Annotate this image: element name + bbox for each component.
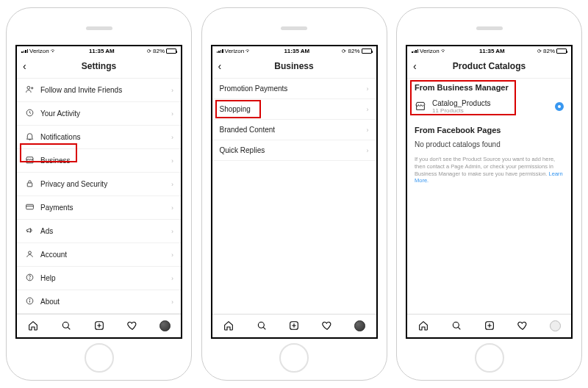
lock-icon bbox=[24, 179, 35, 190]
home-button[interactable] bbox=[279, 343, 309, 373]
help-body: If you don't see the Product Source you … bbox=[415, 156, 555, 177]
storefront-icon bbox=[24, 155, 35, 166]
status-bar: Verizon ᯤ 11:35 AM ⟳ 82% bbox=[407, 46, 571, 56]
phone-settings: Verizon ᯤ 11:35 AM ⟳ 82% ‹ Settings Foll… bbox=[6, 7, 192, 381]
back-button[interactable]: ‹ bbox=[413, 60, 422, 72]
catalog-list[interactable]: From Business Manager Catalog_Products 1… bbox=[407, 79, 571, 314]
catalog-row[interactable]: Catalog_Products 11 Products bbox=[407, 95, 571, 118]
search-tab[interactable] bbox=[60, 320, 72, 333]
back-button[interactable]: ‹ bbox=[218, 60, 227, 72]
wifi-icon: ᯤ bbox=[51, 48, 57, 54]
row-quick-replies[interactable]: Quick Replies › bbox=[212, 140, 376, 161]
user-icon bbox=[24, 249, 35, 260]
create-tab[interactable] bbox=[484, 320, 495, 333]
svg-point-0 bbox=[26, 86, 29, 89]
empty-message: No product catalogs found bbox=[407, 137, 571, 151]
battery-pct: 82% bbox=[543, 48, 555, 54]
help-text: If you don't see the Product Source you … bbox=[407, 151, 571, 189]
chevron-right-icon: › bbox=[367, 126, 369, 134]
row-privacy[interactable]: Privacy and Security › bbox=[17, 173, 181, 196]
profile-tab[interactable] bbox=[159, 320, 171, 331]
chevron-right-icon: › bbox=[171, 134, 173, 141]
row-account[interactable]: Account › bbox=[17, 243, 181, 267]
phone-business: Verizon ᯤ 11:35 AM ⟳ 82% ‹ Business Prom… bbox=[201, 7, 387, 381]
create-tab[interactable] bbox=[93, 320, 105, 333]
help-icon bbox=[24, 273, 35, 284]
chevron-right-icon: › bbox=[171, 87, 173, 94]
svg-rect-2 bbox=[27, 183, 32, 187]
row-ads[interactable]: Ads › bbox=[17, 220, 181, 243]
search-tab[interactable] bbox=[256, 320, 268, 333]
row-about[interactable]: About › bbox=[17, 290, 181, 314]
row-business[interactable]: Business › bbox=[17, 149, 181, 173]
signal-icon bbox=[21, 49, 28, 53]
nav-header: ‹ Settings bbox=[17, 56, 181, 79]
home-button[interactable] bbox=[85, 343, 114, 373]
battery-pct: 82% bbox=[153, 48, 165, 54]
profile-tab[interactable] bbox=[354, 320, 365, 331]
wifi-icon: ᯤ bbox=[441, 48, 447, 54]
battery-icon bbox=[166, 48, 176, 54]
row-payments[interactable]: Payments › bbox=[17, 196, 181, 220]
row-shopping[interactable]: Shopping › bbox=[212, 99, 376, 120]
row-label: Branded Content bbox=[220, 126, 361, 134]
settings-list[interactable]: Follow and Invite Friends › Your Activit… bbox=[17, 79, 181, 314]
home-tab[interactable] bbox=[417, 320, 429, 333]
screen-catalogs: Verizon ᯤ 11:35 AM ⟳ 82% ‹ Product Catal… bbox=[406, 45, 573, 339]
row-label: Ads bbox=[40, 227, 165, 235]
home-tab[interactable] bbox=[27, 320, 39, 333]
battery-icon bbox=[556, 48, 567, 54]
tab-bar bbox=[17, 314, 181, 337]
row-notifications[interactable]: Notifications › bbox=[17, 126, 181, 149]
svg-point-11 bbox=[258, 322, 264, 328]
row-label: Payments bbox=[40, 204, 165, 212]
orientation-lock-icon: ⟳ bbox=[342, 48, 346, 54]
chevron-right-icon: › bbox=[367, 85, 369, 93]
business-list[interactable]: Promotion Payments › Shopping › Branded … bbox=[212, 79, 376, 314]
home-tab[interactable] bbox=[223, 320, 234, 333]
carrier-label: Verizon bbox=[29, 48, 49, 54]
add-user-icon bbox=[24, 85, 35, 96]
chevron-right-icon: › bbox=[171, 110, 173, 118]
chevron-right-icon: › bbox=[171, 157, 173, 165]
nav-header: ‹ Product Catalogs bbox=[407, 56, 571, 79]
row-label: Help bbox=[40, 274, 165, 282]
row-promotion-payments[interactable]: Promotion Payments › bbox=[212, 79, 376, 99]
row-label: Follow and Invite Friends bbox=[40, 86, 165, 94]
search-tab[interactable] bbox=[451, 320, 462, 333]
info-icon bbox=[24, 296, 35, 307]
chevron-right-icon: › bbox=[171, 181, 173, 188]
status-bar: Verizon ᯤ 11:35 AM ⟳ 82% bbox=[17, 46, 181, 56]
card-icon bbox=[24, 202, 35, 213]
activity-tab[interactable] bbox=[126, 320, 138, 333]
svg-point-8 bbox=[29, 299, 30, 300]
status-time: 11:35 AM bbox=[479, 48, 505, 54]
signal-icon bbox=[217, 49, 223, 53]
create-tab[interactable] bbox=[288, 320, 300, 333]
orientation-lock-icon: ⟳ bbox=[147, 48, 151, 54]
chevron-right-icon: › bbox=[171, 228, 173, 235]
row-label: Account bbox=[40, 251, 165, 259]
activity-tab[interactable] bbox=[517, 320, 528, 333]
home-button[interactable] bbox=[475, 343, 504, 373]
status-time: 11:35 AM bbox=[284, 48, 309, 54]
clock-icon bbox=[24, 108, 35, 119]
section-facebook-pages: From Facebook Pages bbox=[407, 118, 571, 137]
back-button[interactable]: ‹ bbox=[23, 60, 32, 72]
orientation-lock-icon: ⟳ bbox=[537, 48, 542, 54]
row-help[interactable]: Help › bbox=[17, 267, 181, 290]
catalog-name: Catalog_Products bbox=[432, 99, 549, 107]
chevron-right-icon: › bbox=[367, 147, 369, 154]
svg-point-9 bbox=[63, 322, 69, 328]
row-your-activity[interactable]: Your Activity › bbox=[17, 102, 181, 126]
chevron-right-icon: › bbox=[171, 298, 173, 306]
tab-bar bbox=[407, 314, 571, 337]
activity-tab[interactable] bbox=[321, 320, 333, 333]
tab-bar bbox=[212, 314, 376, 337]
chevron-right-icon: › bbox=[367, 106, 369, 113]
profile-tab[interactable] bbox=[550, 320, 561, 331]
radio-selected[interactable] bbox=[555, 102, 564, 111]
row-follow-invite[interactable]: Follow and Invite Friends › bbox=[17, 79, 181, 102]
row-branded-content[interactable]: Branded Content › bbox=[212, 120, 376, 140]
megaphone-icon bbox=[24, 226, 35, 237]
